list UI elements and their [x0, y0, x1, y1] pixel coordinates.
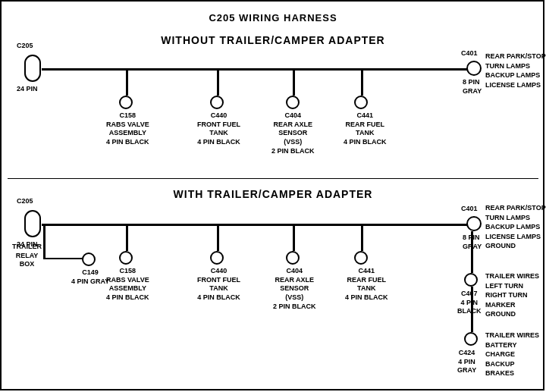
section-divider [8, 178, 538, 179]
c158-connector-2 [119, 251, 133, 265]
c401-connector-2 [466, 216, 482, 231]
c441-connector-2 [354, 251, 368, 265]
c149-connector [82, 252, 96, 266]
c440-vline-2 [217, 224, 219, 251]
c158-label-2: C158RABS VALVEASSEMBLY4 PIN BLACK [106, 267, 149, 303]
c205-connector-1 [24, 55, 41, 82]
c205-label-1: C205 [17, 42, 33, 51]
c407-right-label: TRAILER WIRESLEFT TURNRIGHT TURNMARKERGR… [485, 271, 539, 319]
c440-label-1: C440FRONT FUELTANK4 PIN BLACK [197, 111, 240, 147]
c404-vline-2 [293, 224, 295, 251]
c404-connector-2 [286, 251, 300, 265]
c441-connector-1 [354, 96, 368, 109]
c441-vline-2 [361, 224, 363, 251]
c404-label-1: C404REAR AXLESENSOR(VSS)2 PIN BLACK [271, 111, 315, 155]
c441-label-1: C441REAR FUELTANK4 PIN BLACK [344, 111, 387, 147]
c205-sublabel-1: 24 PIN [17, 85, 38, 94]
c407-label: C4074 PINBLACK [457, 290, 482, 316]
c149-label: C1494 PIN GRAY [71, 268, 109, 286]
c158-connector-1 [119, 96, 133, 109]
c401-label-1: C401 [461, 49, 478, 58]
page-title: C205 WIRING HARNESS [0, 6, 546, 24]
c424-label: C4244 PINGRAY [457, 349, 476, 375]
c401-sublabel-1: 8 PINGRAY [463, 78, 482, 96]
trailer-relay-vline [43, 224, 46, 259]
c407-connector [464, 273, 478, 287]
c158-vline-2 [126, 224, 128, 251]
c401-right-label-1: REAR PARK/STOPTURN LAMPSBACKUP LAMPSLICE… [485, 52, 546, 89]
main-hline-1 [42, 68, 474, 71]
c441-vline-1 [361, 69, 363, 96]
c404-label-2: C404REAR AXLESENSOR(VSS)2 PIN BLACK [273, 267, 316, 311]
c440-label-2: C440FRONT FUELTANK4 PIN BLACK [197, 267, 240, 303]
c404-vline-1 [293, 69, 295, 96]
c205-label-2: C205 [17, 197, 33, 206]
c424-connector [464, 332, 478, 346]
section2-label: WITH TRAILER/CAMPER ADAPTER [76, 188, 470, 200]
c401-right-label-2: REAR PARK/STOPTURN LAMPSBACKUP LAMPSLICE… [485, 203, 546, 251]
c401-connector-1 [466, 61, 482, 76]
c440-vline-1 [217, 69, 219, 96]
c404-connector-1 [286, 96, 300, 109]
c205-connector-2 [24, 210, 41, 237]
c424-vline [471, 287, 473, 332]
c440-connector-1 [210, 96, 224, 109]
trailer-relay-label: TRAILERRELAYBOX [12, 243, 42, 269]
c158-vline-1 [126, 69, 128, 96]
diagram-container: C205 WIRING HARNESS WITHOUT TRAILER/CAMP… [0, 0, 546, 372]
section1-label: WITHOUT TRAILER/CAMPER ADAPTER [76, 34, 470, 46]
c424-right-label: TRAILER WIRESBATTERY CHARGEBACKUPBRAKES [485, 331, 546, 378]
c158-label-1: C158RABS VALVEASSEMBLY4 PIN BLACK [106, 111, 149, 147]
c440-connector-2 [210, 251, 224, 265]
c441-label-2: C441REAR FUELTANK4 PIN BLACK [345, 267, 388, 303]
c407-vline [471, 231, 473, 273]
c401-label-2: C401 [461, 205, 478, 214]
main-hline-2 [42, 224, 474, 226]
